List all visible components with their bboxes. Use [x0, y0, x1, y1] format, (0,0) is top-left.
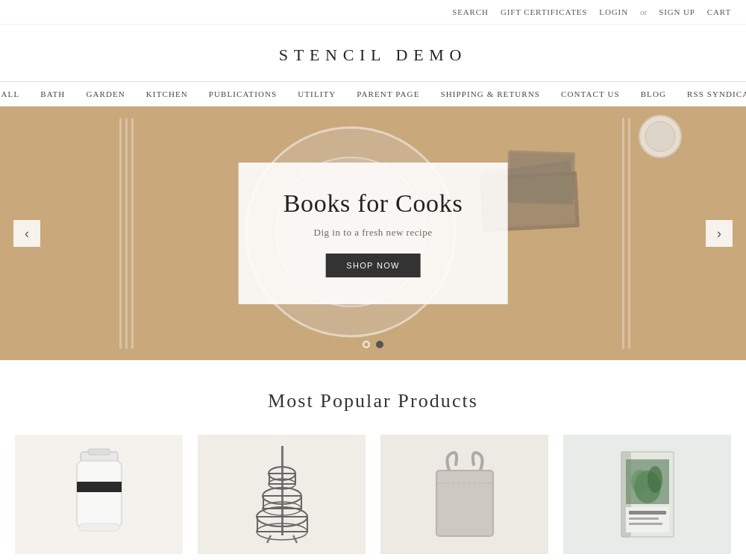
- nav-shipping-returns[interactable]: SHIPPING & RETURNS: [440, 89, 540, 98]
- search-link[interactable]: SEARCH: [452, 7, 489, 16]
- svg-rect-11: [88, 449, 110, 455]
- slider-next-button[interactable]: ›: [706, 220, 733, 247]
- svg-rect-27: [436, 471, 493, 536]
- svg-rect-37: [629, 517, 659, 520]
- product-image-basket: [198, 435, 366, 554]
- nav-parent-page[interactable]: PARENT PAGE: [357, 89, 419, 98]
- product-card-mug[interactable]: [15, 435, 183, 554]
- product-image-bag: [380, 435, 548, 554]
- slider-dot-1[interactable]: [363, 341, 370, 348]
- logo-area: STENCIL DEMO: [0, 25, 746, 81]
- hero-decoration-cup: [638, 114, 683, 162]
- hero-slider: Books for Cooks Dig in to a fresh new re…: [0, 107, 746, 360]
- nav-shop-all[interactable]: SHOP ALL: [0, 89, 19, 98]
- signup-link[interactable]: SIGN UP: [659, 7, 695, 16]
- nav-kitchen[interactable]: KITCHEN: [146, 89, 188, 98]
- gift-certificates-link[interactable]: GIFT CERTIFICATES: [501, 7, 587, 16]
- hero-flatware-left: [119, 107, 134, 360]
- login-link[interactable]: LOGIN: [599, 7, 628, 16]
- hero-flatware-right: [622, 107, 630, 360]
- cart-link[interactable]: CART: [707, 7, 731, 16]
- hero-cta-button[interactable]: Shop Now: [325, 254, 420, 277]
- chevron-right-icon: ›: [717, 226, 721, 242]
- svg-point-34: [648, 466, 662, 493]
- slider-dot-2[interactable]: [376, 341, 383, 348]
- chevron-left-icon: ‹: [25, 226, 29, 242]
- products-grid: [15, 435, 731, 554]
- nav-bath[interactable]: BATH: [40, 89, 65, 98]
- nav-utility[interactable]: UTILITY: [298, 89, 336, 98]
- slider-dots: [363, 341, 383, 348]
- svg-rect-15: [281, 446, 283, 535]
- product-card-book[interactable]: [563, 435, 731, 554]
- svg-rect-36: [629, 511, 666, 515]
- login-separator: or: [640, 7, 647, 16]
- svg-rect-14: [79, 523, 119, 531]
- main-nav: SHOP ALL BATH GARDEN KITCHEN PUBLICATION…: [0, 81, 746, 107]
- product-card-bag[interactable]: [380, 435, 548, 554]
- svg-rect-38: [629, 523, 662, 525]
- site-logo[interactable]: STENCIL DEMO: [0, 45, 746, 65]
- svg-point-1: [645, 122, 675, 151]
- top-bar: SEARCH GIFT CERTIFICATES LOGIN or SIGN U…: [0, 0, 746, 25]
- hero-subtitle: Dig in to a fresh new recipe: [283, 227, 463, 239]
- svg-rect-12: [77, 461, 122, 528]
- nav-publications[interactable]: PUBLICATIONS: [209, 89, 277, 98]
- svg-point-33: [631, 470, 649, 494]
- nav-blog[interactable]: BLOG: [641, 89, 666, 98]
- products-section-title: Most Popular Products: [15, 390, 731, 412]
- product-image-mug: [15, 435, 183, 554]
- svg-rect-13: [77, 482, 122, 492]
- nav-contact-us[interactable]: CONTACT US: [561, 89, 620, 98]
- product-card-basket[interactable]: [198, 435, 366, 554]
- product-image-book: [563, 435, 731, 554]
- nav-rss[interactable]: RSS SYNDICATION: [687, 89, 746, 98]
- svg-rect-9: [509, 153, 573, 203]
- hero-content-box: Books for Cooks Dig in to a fresh new re…: [239, 163, 508, 304]
- nav-garden[interactable]: GARDEN: [86, 89, 125, 98]
- hero-title: Books for Cooks: [283, 189, 463, 218]
- slider-prev-button[interactable]: ‹: [13, 220, 40, 247]
- products-section: Most Popular Products: [0, 360, 746, 560]
